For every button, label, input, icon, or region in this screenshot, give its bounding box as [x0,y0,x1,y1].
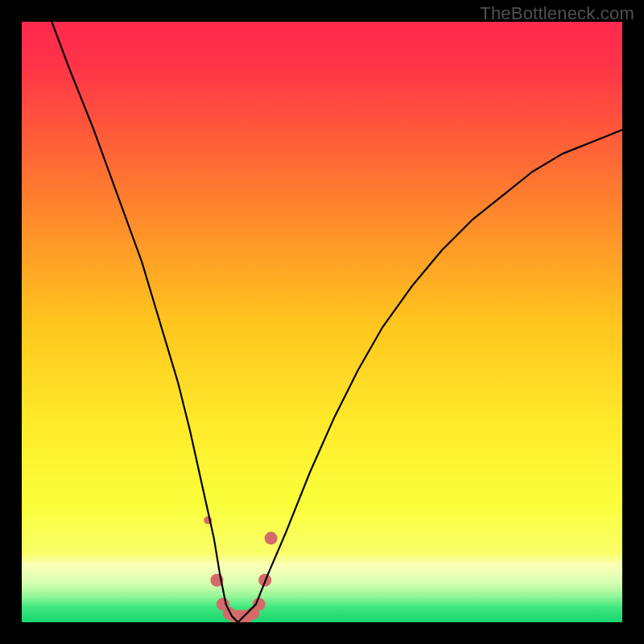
plot-area [22,22,622,622]
gradient-background [22,22,622,622]
chart-frame: TheBottleneck.com [0,0,644,644]
watermark-text: TheBottleneck.com [480,3,634,24]
chart-svg [22,22,622,622]
marker-dot [253,598,266,611]
marker-dot [265,532,278,545]
